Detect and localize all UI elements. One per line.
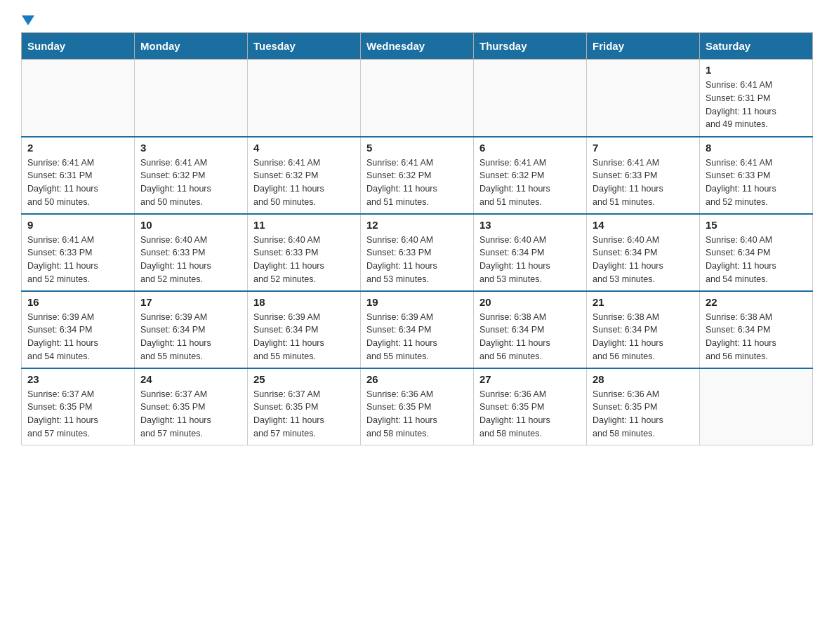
day-cell	[135, 60, 248, 137]
day-number: 11	[253, 219, 355, 231]
day-cell: 24Sunrise: 6:37 AMSunset: 6:35 PMDayligh…	[135, 368, 248, 445]
day-number: 9	[27, 219, 128, 231]
day-cell: 17Sunrise: 6:39 AMSunset: 6:34 PMDayligh…	[135, 291, 248, 368]
day-number: 4	[253, 142, 355, 154]
day-info: Sunrise: 6:38 AMSunset: 6:34 PMDaylight:…	[479, 311, 581, 363]
day-cell: 20Sunrise: 6:38 AMSunset: 6:34 PMDayligh…	[474, 291, 587, 368]
weekday-header-row: SundayMondayTuesdayWednesdayThursdayFrid…	[22, 33, 813, 60]
day-info: Sunrise: 6:41 AMSunset: 6:32 PMDaylight:…	[366, 156, 468, 209]
day-cell: 16Sunrise: 6:39 AMSunset: 6:34 PMDayligh…	[22, 291, 135, 368]
day-cell: 22Sunrise: 6:38 AMSunset: 6:34 PMDayligh…	[700, 291, 813, 368]
day-cell: 8Sunrise: 6:41 AMSunset: 6:33 PMDaylight…	[700, 137, 813, 214]
day-cell	[700, 368, 813, 445]
day-cell: 4Sunrise: 6:41 AMSunset: 6:32 PMDaylight…	[248, 137, 361, 214]
day-info: Sunrise: 6:40 AMSunset: 6:34 PMDaylight:…	[593, 234, 694, 286]
day-cell	[361, 60, 474, 137]
day-number: 15	[706, 219, 807, 231]
day-info: Sunrise: 6:38 AMSunset: 6:34 PMDaylight:…	[706, 311, 807, 363]
day-number: 16	[27, 296, 128, 308]
day-info: Sunrise: 6:37 AMSunset: 6:35 PMDaylight:…	[140, 388, 241, 441]
day-number: 26	[366, 373, 468, 385]
day-info: Sunrise: 6:36 AMSunset: 6:35 PMDaylight:…	[479, 388, 581, 441]
day-cell: 14Sunrise: 6:40 AMSunset: 6:34 PMDayligh…	[587, 214, 700, 291]
day-info: Sunrise: 6:39 AMSunset: 6:34 PMDaylight:…	[366, 311, 468, 363]
day-cell: 23Sunrise: 6:37 AMSunset: 6:35 PMDayligh…	[22, 368, 135, 445]
day-info: Sunrise: 6:41 AMSunset: 6:32 PMDaylight:…	[479, 156, 581, 209]
logo	[21, 14, 34, 25]
day-number: 24	[140, 373, 241, 385]
day-number: 17	[140, 296, 241, 308]
day-info: Sunrise: 6:40 AMSunset: 6:33 PMDaylight:…	[366, 234, 468, 286]
logo-triangle-icon	[22, 15, 34, 25]
day-number: 20	[479, 296, 581, 308]
day-number: 27	[479, 373, 581, 385]
weekday-header-wednesday: Wednesday	[361, 33, 474, 60]
day-info: Sunrise: 6:41 AMSunset: 6:33 PMDaylight:…	[706, 156, 807, 209]
day-info: Sunrise: 6:40 AMSunset: 6:33 PMDaylight:…	[140, 234, 241, 286]
day-number: 12	[366, 219, 468, 231]
week-row-4: 16Sunrise: 6:39 AMSunset: 6:34 PMDayligh…	[22, 291, 813, 368]
day-info: Sunrise: 6:40 AMSunset: 6:34 PMDaylight:…	[479, 234, 581, 286]
day-number: 6	[479, 142, 581, 154]
day-number: 3	[140, 142, 241, 154]
day-info: Sunrise: 6:41 AMSunset: 6:33 PMDaylight:…	[593, 156, 694, 209]
day-number: 23	[27, 373, 128, 385]
week-row-5: 23Sunrise: 6:37 AMSunset: 6:35 PMDayligh…	[22, 368, 813, 445]
day-info: Sunrise: 6:41 AMSunset: 6:31 PMDaylight:…	[706, 79, 807, 131]
day-number: 14	[593, 219, 694, 231]
day-cell: 26Sunrise: 6:36 AMSunset: 6:35 PMDayligh…	[361, 368, 474, 445]
day-cell: 13Sunrise: 6:40 AMSunset: 6:34 PMDayligh…	[474, 214, 587, 291]
day-info: Sunrise: 6:36 AMSunset: 6:35 PMDaylight:…	[366, 388, 468, 441]
day-number: 1	[706, 64, 807, 76]
day-cell: 18Sunrise: 6:39 AMSunset: 6:34 PMDayligh…	[248, 291, 361, 368]
day-info: Sunrise: 6:41 AMSunset: 6:31 PMDaylight:…	[27, 156, 128, 209]
week-row-2: 2Sunrise: 6:41 AMSunset: 6:31 PMDaylight…	[22, 137, 813, 214]
weekday-header-friday: Friday	[587, 33, 700, 60]
day-cell: 11Sunrise: 6:40 AMSunset: 6:33 PMDayligh…	[248, 214, 361, 291]
day-number: 28	[593, 373, 694, 385]
day-number: 19	[366, 296, 468, 308]
day-number: 18	[253, 296, 355, 308]
day-cell: 2Sunrise: 6:41 AMSunset: 6:31 PMDaylight…	[22, 137, 135, 214]
day-cell: 19Sunrise: 6:39 AMSunset: 6:34 PMDayligh…	[361, 291, 474, 368]
day-cell: 1Sunrise: 6:41 AMSunset: 6:31 PMDaylight…	[700, 60, 813, 137]
day-cell: 3Sunrise: 6:41 AMSunset: 6:32 PMDaylight…	[135, 137, 248, 214]
day-number: 22	[706, 296, 807, 308]
day-info: Sunrise: 6:40 AMSunset: 6:33 PMDaylight:…	[253, 234, 355, 286]
day-cell: 5Sunrise: 6:41 AMSunset: 6:32 PMDaylight…	[361, 137, 474, 214]
day-info: Sunrise: 6:37 AMSunset: 6:35 PMDaylight:…	[27, 388, 128, 441]
week-row-1: 1Sunrise: 6:41 AMSunset: 6:31 PMDaylight…	[22, 60, 813, 137]
day-info: Sunrise: 6:39 AMSunset: 6:34 PMDaylight:…	[253, 311, 355, 363]
day-number: 13	[479, 219, 581, 231]
weekday-header-sunday: Sunday	[22, 33, 135, 60]
day-info: Sunrise: 6:40 AMSunset: 6:34 PMDaylight:…	[706, 234, 807, 286]
day-cell: 10Sunrise: 6:40 AMSunset: 6:33 PMDayligh…	[135, 214, 248, 291]
day-info: Sunrise: 6:41 AMSunset: 6:33 PMDaylight:…	[27, 234, 128, 286]
day-info: Sunrise: 6:41 AMSunset: 6:32 PMDaylight:…	[140, 156, 241, 209]
day-info: Sunrise: 6:39 AMSunset: 6:34 PMDaylight:…	[27, 311, 128, 363]
day-info: Sunrise: 6:37 AMSunset: 6:35 PMDaylight:…	[253, 388, 355, 441]
day-cell: 6Sunrise: 6:41 AMSunset: 6:32 PMDaylight…	[474, 137, 587, 214]
day-cell: 27Sunrise: 6:36 AMSunset: 6:35 PMDayligh…	[474, 368, 587, 445]
day-cell	[248, 60, 361, 137]
calendar: SundayMondayTuesdayWednesdayThursdayFrid…	[21, 32, 813, 445]
day-info: Sunrise: 6:39 AMSunset: 6:34 PMDaylight:…	[140, 311, 241, 363]
day-cell: 9Sunrise: 6:41 AMSunset: 6:33 PMDaylight…	[22, 214, 135, 291]
day-number: 2	[27, 142, 128, 154]
week-row-3: 9Sunrise: 6:41 AMSunset: 6:33 PMDaylight…	[22, 214, 813, 291]
day-cell: 12Sunrise: 6:40 AMSunset: 6:33 PMDayligh…	[361, 214, 474, 291]
day-info: Sunrise: 6:41 AMSunset: 6:32 PMDaylight:…	[253, 156, 355, 209]
day-cell: 7Sunrise: 6:41 AMSunset: 6:33 PMDaylight…	[587, 137, 700, 214]
weekday-header-monday: Monday	[135, 33, 248, 60]
day-cell	[22, 60, 135, 137]
day-number: 21	[593, 296, 694, 308]
day-info: Sunrise: 6:38 AMSunset: 6:34 PMDaylight:…	[593, 311, 694, 363]
day-info: Sunrise: 6:36 AMSunset: 6:35 PMDaylight:…	[593, 388, 694, 441]
day-number: 7	[593, 142, 694, 154]
day-number: 8	[706, 142, 807, 154]
weekday-header-tuesday: Tuesday	[248, 33, 361, 60]
day-cell	[474, 60, 587, 137]
day-number: 5	[366, 142, 468, 154]
day-cell: 28Sunrise: 6:36 AMSunset: 6:35 PMDayligh…	[587, 368, 700, 445]
weekday-header-saturday: Saturday	[700, 33, 813, 60]
